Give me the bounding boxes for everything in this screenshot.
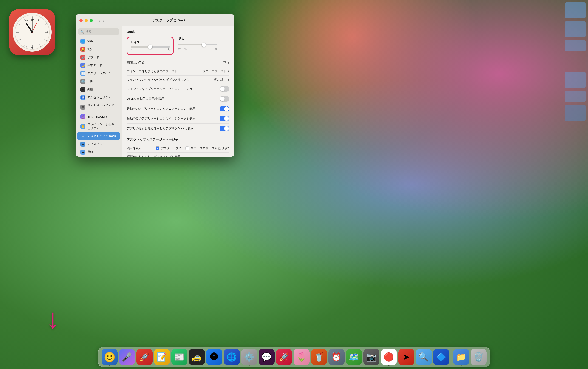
sidebar-item-general[interactable]: ⚙️ 一般: [77, 77, 120, 85]
sidebar-label-sound: サウンド: [87, 55, 99, 59]
back-button[interactable]: ‹: [98, 18, 101, 22]
search-placeholder: 検索: [85, 30, 117, 34]
mag-min-label: オフ 小: [178, 47, 186, 51]
dock-icon-taxicab[interactable]: 🚕: [189, 349, 205, 365]
dock-icon-globe[interactable]: 🌐: [224, 349, 240, 365]
sidebar-label-vpn: VPN: [87, 40, 93, 43]
desktop-checkbox[interactable]: ✓: [156, 146, 159, 150]
autohide-toggle[interactable]: [220, 96, 229, 102]
mag-slider-track[interactable]: [178, 44, 217, 45]
minimize-button[interactable]: [84, 19, 88, 22]
notes-icon: 📝: [157, 352, 167, 362]
show-items-label: 項目を表示: [127, 146, 156, 150]
dock-bar: 🙂 🎤 🚀 📝 📰 🚕 🅐 🌐 ⚙️ 💬: [0, 339, 588, 369]
size-slider-track[interactable]: [131, 46, 170, 48]
slider-section: サイズ 小 大 拡大: [127, 37, 229, 55]
sidebar-label-notifications: 通知: [87, 47, 93, 51]
clock-widget: 12 3 6 9 2 5 10 7 11 1 7 5: [9, 9, 55, 55]
svg-text:2: 2: [43, 24, 44, 27]
sidebar-item-screensaver[interactable]: 🌀 スクリーンセーバ: [77, 156, 120, 157]
svg-text:7: 7: [20, 38, 21, 41]
autohide-label: Dockを自動的に表示/非表示: [127, 97, 220, 101]
sidebar-item-sound[interactable]: 🔊 サウンド: [77, 53, 120, 61]
dock-icon-timemachine[interactable]: ⏰: [328, 349, 345, 365]
desktop-checkbox-item[interactable]: ✓ デスクトップに: [156, 146, 182, 150]
sidebar-item-appearance[interactable]: ● 外観: [77, 85, 120, 93]
sidebar-item-wallpaper[interactable]: 🏔 壁紙: [77, 148, 120, 156]
dock-icon-bluetooth[interactable]: 🔷: [433, 349, 449, 365]
svg-text:9: 9: [16, 31, 18, 34]
stage-checkbox[interactable]: [185, 146, 189, 150]
appearance-icon: ●: [80, 87, 85, 92]
dock-icon-trash[interactable]: 🗑️: [471, 349, 487, 365]
sidebar-item-privacy[interactable]: 🤚 プライバシーとセキュリティ: [77, 121, 120, 132]
sidebar-item-desktop[interactable]: 🖥 デスクトップと Dock: [77, 132, 120, 140]
accessibility-icon: ♿: [80, 95, 85, 100]
dock-separator: [451, 351, 451, 363]
dock-icon-notes[interactable]: 📝: [154, 349, 170, 365]
click-wallpaper-row: 壁紙をクリックしてデスクトップを表示 壁紙をクリックすると、すべてのウインドウが…: [127, 153, 229, 157]
dock-icon-feedly[interactable]: 📰: [171, 349, 187, 365]
autohide-row: Dockを自動的に表示/非表示: [127, 94, 229, 104]
search-bar[interactable]: 🔍 検索: [78, 29, 119, 35]
sidebar-item-screentime[interactable]: 📊 スクリーンタイム: [77, 69, 120, 77]
sidebar-item-accessibility[interactable]: ♿ アクセシビリティ: [77, 93, 120, 101]
sidebar-label-displays: ディスプレイ: [87, 142, 105, 146]
svg-text:5: 5: [38, 46, 39, 48]
desktop-folder-5: [565, 91, 586, 102]
suggested-label: アプリの提案と最近使用したアプリをDockに表示: [127, 126, 220, 131]
minimize-to-icon-label: ウインドウをアプリケーションアイコンにしまう: [127, 87, 220, 91]
dock-icon-siri[interactable]: 🎤: [119, 349, 135, 365]
slack-icon: 💬: [261, 352, 272, 362]
maximize-button[interactable]: [90, 19, 93, 22]
dock-icon-rocket[interactable]: 🚀: [276, 349, 292, 365]
sidebar-item-notifications[interactable]: 🔔 通知: [77, 45, 120, 53]
sidebar-item-siri[interactable]: 🔮 Siriと Spotlight: [77, 113, 120, 121]
desktop-folder-3: [565, 40, 586, 51]
wallpaper-icon: 🏔: [80, 150, 85, 155]
sidebar-item-focus[interactable]: 🌙 集中モード: [77, 61, 120, 69]
dock-icon-imagecapture[interactable]: 📷: [363, 349, 379, 365]
globe-icon-dock: 🌐: [226, 352, 237, 362]
dock-icon-diet[interactable]: 🥤: [311, 349, 327, 365]
sidebar-label-general: 一般: [87, 79, 93, 83]
sidebar-label-siri: Siriと Spotlight: [87, 115, 107, 119]
animate-toggle[interactable]: [220, 106, 229, 112]
stage-checkbox-label: ステージマネージャ使用時に: [190, 146, 229, 150]
doubleclick-value[interactable]: 拡大/縮小 ⬍: [214, 78, 229, 82]
sidebar-item-displays[interactable]: 🖥 ディスプレイ: [77, 140, 120, 148]
sidebar-item-controlcenter[interactable]: ⊞ コントロールセンター: [77, 102, 120, 113]
sidebar-item-vpn[interactable]: 🌐 VPN: [77, 37, 120, 45]
dock-section-title: Dock: [127, 30, 229, 33]
dock-icon-appstore[interactable]: 🅐: [206, 349, 222, 365]
indicator-toggle[interactable]: [220, 116, 229, 121]
dock-icon-finder2[interactable]: 📁: [453, 349, 469, 365]
stage-checkbox-item[interactable]: ステージマネージャ使用時に: [185, 146, 229, 150]
dock-icon-finder[interactable]: 🙂: [101, 349, 118, 365]
dock-icon-arrow[interactable]: ➤: [398, 349, 414, 365]
dock-icon-slack[interactable]: 💬: [259, 349, 275, 365]
click-wallpaper-label: 壁紙をクリックしてデスクトップを表示: [127, 155, 184, 157]
rocket-icon: 🚀: [279, 352, 289, 362]
close-button[interactable]: [80, 19, 83, 22]
dock-icon-launchpad[interactable]: 🚀: [136, 349, 152, 365]
dock-icon-search[interactable]: 🔍: [416, 349, 432, 365]
sidebar-label-controlcenter: コントロールセンター: [87, 103, 117, 111]
position-value[interactable]: 下 ⬍: [223, 61, 229, 65]
suggested-toggle[interactable]: [220, 126, 229, 131]
forward-button[interactable]: ›: [102, 18, 105, 22]
minimize-to-icon-toggle[interactable]: [220, 86, 229, 92]
magnification-slider-group: 拡大 オフ 小 大: [178, 37, 217, 55]
sidebar-label-desktop: デスクトップと Dock: [87, 134, 116, 138]
sidebar-label-appearance: 外観: [87, 87, 93, 92]
dock-icon-photos[interactable]: 🌷: [294, 349, 310, 365]
dock-icon-chrome[interactable]: 🔴: [381, 349, 397, 365]
systemprefs-dot: [249, 365, 250, 367]
dock-icon-maps[interactable]: 🗺️: [346, 349, 362, 365]
effect-value[interactable]: ジニーエフェクト ⬍: [203, 69, 229, 73]
position-row: 画面上の位置 下 ⬍: [127, 59, 229, 67]
effect-row: ウインドウをしまうときのエフェクト ジニーエフェクト ⬍: [127, 67, 229, 76]
dock-icon-systemprefs[interactable]: ⚙️: [241, 349, 257, 365]
displays-icon: 🖥: [80, 142, 85, 147]
siri-icon-dock: 🎤: [122, 352, 132, 362]
